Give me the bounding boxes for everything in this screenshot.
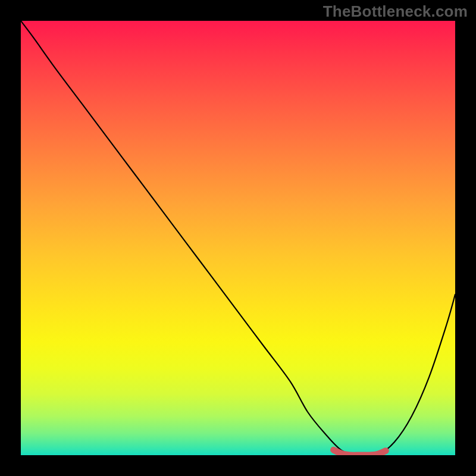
bottleneck-curve [21,21,455,455]
chart-frame: TheBottleneck.com [0,0,476,476]
plot-area [21,21,455,455]
watermark-text: TheBottleneck.com [323,2,468,21]
curve-layer [21,21,455,455]
optimal-range-highlight [334,450,386,455]
